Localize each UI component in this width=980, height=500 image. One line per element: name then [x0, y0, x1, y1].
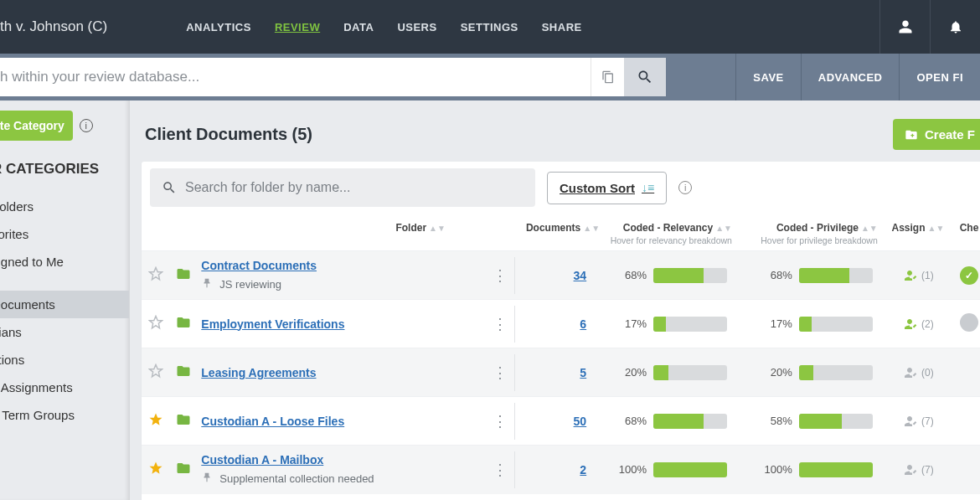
- table-row: Contract Documents JS reviewing ⋮ 34 68%…: [142, 251, 980, 300]
- folder-name-link[interactable]: Custodian A - Mailbox: [201, 453, 323, 466]
- assign-cell[interactable]: (0): [888, 365, 948, 380]
- nav-data[interactable]: DATA: [332, 21, 385, 34]
- sidebar-list: Folders vorites signed to Me: [0, 193, 129, 276]
- folder-name-link[interactable]: Leasing Agreements: [201, 366, 316, 379]
- folder-search-input[interactable]: [185, 180, 524, 195]
- col-assign[interactable]: Assign▲▼: [883, 215, 953, 251]
- sidebar-item-custodians[interactable]: dians: [0, 318, 129, 346]
- relevancy-cell: 17%: [596, 317, 732, 332]
- relevancy-bar: [653, 317, 727, 332]
- create-folder-label: Create F: [925, 127, 975, 142]
- privilege-cell: 58%: [742, 414, 878, 429]
- open-filter-button[interactable]: OPEN FI: [899, 54, 980, 101]
- folder-icon: [176, 465, 191, 478]
- relevancy-pct: 20%: [613, 366, 647, 379]
- kebab-icon[interactable]: ⋮: [493, 461, 508, 478]
- doc-count-link[interactable]: 5: [580, 366, 586, 379]
- privilege-bar: [799, 414, 873, 429]
- doc-count-link[interactable]: 34: [574, 269, 587, 282]
- kebab-icon[interactable]: ⋮: [493, 364, 508, 381]
- privilege-pct: 100%: [759, 463, 792, 476]
- doc-count-link[interactable]: 2: [580, 463, 586, 477]
- privilege-bar: [799, 365, 873, 380]
- relevancy-pct: 17%: [613, 317, 647, 330]
- sidebar-item-all-folders[interactable]: Folders: [0, 193, 129, 220]
- folders-table: Folder▲▼ Documents▲▼ Coded - Relevancy▲▼…: [142, 215, 980, 494]
- nav-analytics[interactable]: ANALYTICS: [174, 21, 263, 34]
- privilege-cell: 17%: [742, 317, 878, 332]
- doc-count-link[interactable]: 6: [580, 317, 586, 331]
- assign-cell[interactable]: (7): [888, 462, 948, 477]
- star-icon[interactable]: [148, 319, 163, 332]
- primary-nav: ANALYTICS REVIEW DATA USERS SETTINGS SHA…: [174, 21, 594, 34]
- star-icon[interactable]: [148, 368, 163, 381]
- kebab-icon[interactable]: ⋮: [493, 316, 508, 332]
- table-row: Leasing Agreements ⋮ 5 20% 20% (0): [142, 348, 980, 397]
- sidebar-item-term-groups[interactable]: n Term Groups: [0, 401, 129, 429]
- advanced-button[interactable]: ADVANCED: [801, 54, 900, 101]
- privilege-cell: 20%: [742, 365, 878, 380]
- sidebar-item-productions[interactable]: ctions: [0, 346, 129, 374]
- pin-icon: [201, 277, 213, 291]
- nav-users[interactable]: USERS: [385, 21, 448, 34]
- search-icon[interactable]: [624, 58, 666, 96]
- page-title: Client Documents (5): [142, 125, 312, 144]
- table-row: Employment Verifications ⋮ 6 17% 17% (2): [142, 300, 980, 348]
- doc-count-link[interactable]: 50: [574, 415, 587, 428]
- relevancy-cell: 68%: [596, 268, 732, 283]
- star-icon[interactable]: [148, 416, 163, 430]
- relevancy-pct: 68%: [613, 269, 647, 281]
- relevancy-cell: 20%: [596, 365, 732, 380]
- folder-name-link[interactable]: Employment Verifications: [201, 317, 344, 331]
- nav-settings[interactable]: SETTINGS: [449, 21, 530, 34]
- relevancy-cell: 100%: [596, 462, 732, 477]
- col-folder[interactable]: Folder▲▼: [196, 215, 487, 251]
- privilege-cell: 100%: [742, 462, 878, 477]
- custom-sort-button[interactable]: Custom Sort ↓≡: [547, 172, 667, 204]
- col-relevancy[interactable]: Coded - Relevancy▲▼Hover for relevancy b…: [591, 215, 737, 251]
- star-icon[interactable]: [148, 271, 163, 284]
- kebab-icon[interactable]: ⋮: [493, 267, 508, 284]
- col-documents[interactable]: Documents▲▼: [521, 215, 591, 251]
- info-icon[interactable]: i: [80, 119, 93, 132]
- kebab-icon[interactable]: ⋮: [493, 413, 508, 430]
- relevancy-pct: 68%: [613, 415, 647, 427]
- privilege-bar: [799, 317, 873, 332]
- nav-share[interactable]: SHARE: [530, 21, 594, 34]
- create-category-button[interactable]: ate Category: [0, 111, 73, 141]
- custom-sort-label: Custom Sort: [560, 181, 635, 195]
- row-note: JS reviewing: [201, 277, 482, 291]
- nav-review[interactable]: REVIEW: [263, 21, 332, 34]
- sidebar-item-assigned[interactable]: signed to Me: [0, 248, 129, 276]
- assign-cell[interactable]: (2): [888, 317, 948, 332]
- save-button[interactable]: SAVE: [735, 54, 800, 101]
- star-icon[interactable]: [148, 465, 163, 478]
- col-privilege[interactable]: Coded - Privilege▲▼Hover for privilege b…: [737, 215, 883, 251]
- folder-icon: [176, 271, 191, 284]
- create-folder-button[interactable]: Create F: [893, 119, 980, 150]
- sidebar-list-categories: Documents dians ctions v Assignments n T…: [0, 291, 129, 429]
- assign-cell[interactable]: (7): [888, 414, 948, 429]
- folder-icon: [176, 368, 191, 381]
- search-actions: SAVE ADVANCED OPEN FI: [666, 54, 980, 101]
- copies-icon[interactable]: [591, 58, 624, 96]
- bell-icon[interactable]: [930, 0, 980, 54]
- relevancy-pct: 100%: [613, 463, 647, 476]
- sidebar-item-review-assign[interactable]: v Assignments: [0, 374, 129, 401]
- sidebar-item-favorites[interactable]: vorites: [0, 220, 129, 248]
- relevancy-cell: 68%: [596, 414, 732, 429]
- sidebar-item-documents[interactable]: Documents: [0, 291, 129, 318]
- folder-name-link[interactable]: Contract Documents: [201, 259, 317, 272]
- folder-search[interactable]: [150, 168, 535, 207]
- global-search-input[interactable]: [0, 58, 591, 96]
- case-title[interactable]: th v. Johnson (C): [0, 18, 124, 35]
- folder-icon: [176, 416, 191, 430]
- col-check: Che: [953, 215, 980, 251]
- sidebar: ate Category i R CATEGORIES Folders vori…: [0, 101, 130, 500]
- assign-cell[interactable]: (1): [888, 268, 948, 283]
- folder-name-link[interactable]: Custodian A - Loose Files: [201, 415, 344, 428]
- table-row: Custodian A - Loose Files ⋮ 50 68% 58% (…: [142, 397, 980, 446]
- relevancy-bar: [653, 268, 727, 283]
- info-icon[interactable]: i: [678, 181, 692, 194]
- user-icon[interactable]: [879, 0, 930, 54]
